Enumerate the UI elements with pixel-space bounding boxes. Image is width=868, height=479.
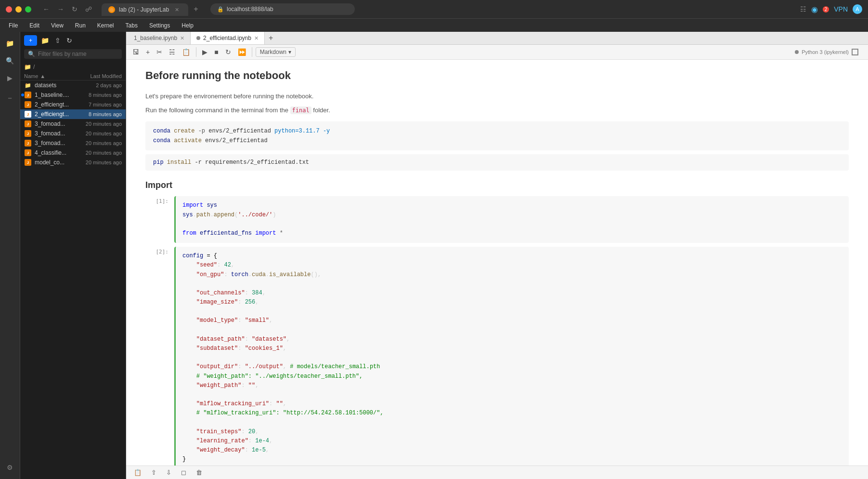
header-name-label: Name [24,73,38,79]
notebook-icon: J [24,110,32,118]
list-item[interactable]: J 1_baseline.... 8 minutes ago [20,90,126,100]
new-tab-button[interactable]: + [189,2,203,16]
copy-output-button[interactable]: 📋 [132,468,143,477]
icon-git[interactable]: ⎯ [2,88,18,103]
list-item[interactable]: J 2_efficiengt... 7 minutes ago [20,100,126,109]
tab-1-close[interactable]: ✕ [180,35,184,41]
browser-tab-1-close[interactable]: ✕ [175,7,179,13]
forward-button[interactable]: → [55,3,66,15]
file-list: 📁 datasets 2 days ago J 1_baseline.... 8… [20,80,126,479]
menu-settings[interactable]: Settings [144,21,175,30]
menu-edit[interactable]: Edit [25,21,44,30]
prose-2: Run the following command in the termina… [145,106,849,116]
menubar: File Edit View Run Kernel Tabs Settings … [0,18,868,32]
cell-content-2[interactable]: config = { "seed": 42, "on_gpu": torch.c… [174,247,849,466]
browser-tab-1[interactable]: ◎ lab (2) - JupyterLab ✕ [102,3,188,16]
favicon-1: ◎ [108,6,115,13]
tab-2-label: 2_efficientad.ipynb [203,35,251,41]
profile-icon[interactable]: ◉ [811,5,818,14]
close-button[interactable] [6,6,12,13]
bookmark-button[interactable]: ☍ [83,3,94,15]
file-list-header: Name ▲ Last Modified [20,72,126,80]
notebook-content: Before running the notebook Let's prepar… [126,60,868,466]
tab-2-efficientad[interactable]: 2_efficientad.ipynb ✕ [191,32,265,44]
notebook-icon: J [24,91,32,99]
code-cell-1: [1]: import sys sys.path.append('../code… [145,196,849,243]
sort-by-name[interactable]: Name ▲ [24,73,74,79]
menu-run[interactable]: Run [70,21,91,30]
new-notebook-button[interactable]: + [265,32,277,44]
cell-content-1[interactable]: import sys sys.path.append('../code/') f… [174,196,849,243]
run-all-button[interactable]: ⏩ [235,47,248,57]
refresh-button[interactable]: ↻ [70,3,79,15]
cut-cell-button[interactable]: ✂ [154,47,165,57]
unsaved-dot [196,36,200,40]
open-folder-button[interactable]: 📁 [39,35,51,46]
code-line: conda create -p envs/2_efficientad pytho… [153,126,841,136]
interrupt-button[interactable]: ■ [212,47,220,57]
expand-button[interactable]: ◻ [179,468,188,477]
code-block-1: conda create -p envs/2_efficientad pytho… [145,121,849,151]
list-item[interactable]: J 2_efficiengt... 8 minutes ago [20,109,126,119]
kernel-indicator: Python 3 (ipykernel) [795,49,864,55]
list-item[interactable]: 📁 datasets 2 days ago [20,80,126,90]
list-item[interactable]: J 3_fomoad... 20 minutes ago [20,138,126,148]
icon-search[interactable]: 🔍 [2,53,18,68]
header-modified-label: Last Modified [91,73,122,79]
paste-cell-button[interactable]: 📋 [180,47,193,57]
menu-view[interactable]: View [46,21,68,30]
menu-kernel[interactable]: Kernel [92,21,119,30]
run-cell-button[interactable]: ▶ [200,47,210,57]
browser-tab-1-label: lab (2) - JupyterLab [119,6,169,13]
file-name: 4_classifie... [35,149,86,156]
code-block-2: pip install -r requirements/2_efficienta… [145,154,849,171]
app-body: 📁 🔍 ▶ ⎯ ⚙ + 📁 ⇧ ↻ 🔍 📁 / Name [0,32,868,479]
notifications-icon[interactable]: 2 [823,6,829,13]
save-button[interactable]: 🖫 [130,47,142,57]
restart-button[interactable]: ↻ [223,47,233,57]
menu-help[interactable]: Help [177,21,198,30]
file-modified: 7 minutes ago [89,102,122,107]
file-name: 3_fomoad... [35,130,86,137]
tab-2-close[interactable]: ✕ [254,35,259,41]
back-button[interactable]: ← [41,3,52,15]
minimize-button[interactable] [15,6,22,13]
refresh-files-button[interactable]: ↻ [65,35,74,46]
sort-by-modified[interactable]: Last Modified [74,73,122,79]
main-area: 1_baseline.ipynb ✕ 2_efficientad.ipynb ✕… [126,32,868,479]
list-item[interactable]: J model_co... 20 minutes ago [20,158,126,167]
url-bar[interactable]: 🔒 localhost:8888/lab [210,3,355,15]
copy-cell-button[interactable]: ☵ [167,47,178,57]
menu-file[interactable]: File [4,21,23,30]
upload-button[interactable]: ⇧ [53,35,63,46]
extensions-icon[interactable]: ☷ [800,5,806,13]
icon-run[interactable]: ▶ [2,70,18,86]
file-search-box[interactable]: 🔍 [24,49,122,59]
list-item[interactable]: J 4_classifie... 20 minutes ago [20,148,126,158]
kernel-name: Python 3 (ipykernel) [802,49,849,55]
icon-files[interactable]: 📁 [2,36,18,51]
maximize-button[interactable] [25,6,31,13]
vpn-icon[interactable]: VPN [834,5,848,13]
add-cell-button[interactable]: + [143,47,152,57]
traffic-lights[interactable] [6,6,31,13]
icon-extension[interactable]: ⚙ [2,460,18,475]
notebook-icon: J [24,130,32,137]
breadcrumb-path: / [33,64,35,70]
file-browser-sidebar: + 📁 ⇧ ↻ 🔍 📁 / Name ▲ Last Modified [20,32,126,479]
list-item[interactable]: J 3_fomoad... 20 minutes ago [20,129,126,138]
scroll-down-button[interactable]: ⇩ [164,468,173,477]
file-modified: 8 minutes ago [89,111,122,117]
account-icon[interactable]: A [853,4,862,14]
sort-icon: ▲ [40,73,45,79]
new-file-button[interactable]: + [24,35,37,46]
list-item[interactable]: J 3_fomoad... 20 minutes ago [20,119,126,129]
search-input[interactable] [38,51,118,57]
menu-tabs[interactable]: Tabs [121,21,143,30]
delete-button[interactable]: 🗑 [194,468,204,477]
tab-1-baseline[interactable]: 1_baseline.ipynb ✕ [128,32,191,44]
chevron-down-icon: ▾ [288,49,291,55]
scroll-up-button[interactable]: ⇧ [149,468,158,477]
code-line: pip install -r requirements/2_efficienta… [153,159,841,166]
cell-type-dropdown[interactable]: Markdown ▾ [256,47,296,57]
